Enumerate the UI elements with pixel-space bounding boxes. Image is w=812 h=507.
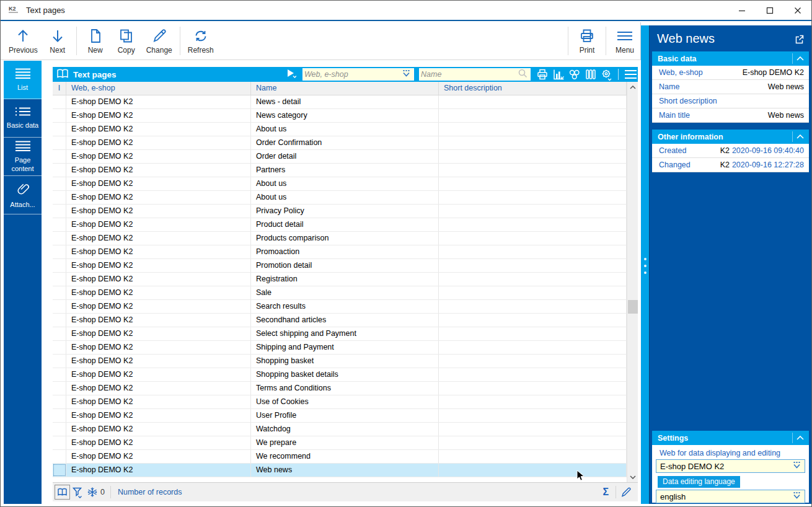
cell-web: E-shop DEMO K2 [66, 409, 251, 422]
copy-button[interactable]: Copy [111, 24, 142, 58]
minimize-button[interactable] [728, 1, 756, 20]
hamburger-icon[interactable] [624, 68, 637, 81]
vertical-scrollbar[interactable] [627, 82, 638, 482]
sidebar-item-page-content[interactable]: Page content [4, 138, 42, 176]
cell-web: E-shop DEMO K2 [66, 150, 251, 163]
frozen-count: 0 [100, 488, 105, 496]
printer-icon[interactable] [536, 68, 549, 81]
sidebar-item-attachments[interactable]: Attach... [4, 176, 42, 214]
table-row[interactable]: E-shop DEMO K2Shipping and Payment [53, 341, 627, 355]
play-filter-icon[interactable] [286, 68, 296, 81]
panel-splitter[interactable] [641, 25, 649, 504]
chevron-down-icon [630, 475, 636, 479]
book-view-button[interactable] [55, 485, 70, 500]
table-row[interactable]: E-shop DEMO K2We prepare [53, 436, 627, 450]
field-row[interactable]: Main title Web news [652, 108, 809, 123]
edit-pencil-icon[interactable] [619, 485, 634, 500]
table-row[interactable]: E-shop DEMO K2Shopping basket [53, 355, 627, 368]
cell-web: E-shop DEMO K2 [66, 136, 251, 149]
processes-icon[interactable] [568, 68, 581, 81]
sidebar-item-basic-data[interactable]: Basic data [4, 99, 42, 138]
print-button[interactable]: Print [571, 24, 602, 58]
table-row[interactable]: E-shop DEMO K2About us [53, 191, 627, 205]
table-row[interactable]: E-shop DEMO K2Shopping basket details [53, 368, 627, 382]
menu-button[interactable]: Menu [609, 24, 640, 58]
web-display-combobox[interactable]: E-shop DEMO K2 [656, 459, 805, 473]
table-row[interactable]: E-shop DEMO K2Web news [53, 464, 627, 477]
column-header-web[interactable]: Web, e-shop [66, 82, 251, 95]
field-row[interactable]: Web, e-shop E-shop DEMO K2 [652, 66, 809, 80]
table-row[interactable]: E-shop DEMO K2Product detail [53, 218, 627, 232]
cell-ind [53, 205, 66, 218]
table-row[interactable]: E-shop DEMO K2Watchdog [53, 423, 627, 436]
table-row[interactable]: E-shop DEMO K2News - detail [53, 95, 627, 109]
table-row[interactable]: E-shop DEMO K2Terms and Conditions [53, 382, 627, 395]
table-row[interactable]: E-shop DEMO K2Secondhand articles [53, 314, 627, 327]
cell-desc [439, 123, 627, 136]
arrow-up-icon [15, 28, 31, 44]
table-row[interactable]: E-shop DEMO K2News category [53, 109, 627, 123]
table-row[interactable]: E-shop DEMO K2Promoaction [53, 245, 627, 259]
table-row[interactable]: E-shop DEMO K2Sale [53, 286, 627, 300]
sigma-icon[interactable]: Σ [599, 487, 612, 498]
field-row[interactable]: Short description [652, 94, 809, 108]
cell-web: E-shop DEMO K2 [66, 245, 251, 258]
filter-web-input[interactable] [304, 70, 402, 79]
change-button[interactable]: Change [142, 24, 177, 58]
new-button[interactable]: New [80, 24, 111, 58]
table-row[interactable]: E-shop DEMO K2Search results [53, 300, 627, 314]
column-header-desc[interactable]: Short description [439, 82, 627, 95]
scroll-down-button[interactable] [627, 472, 638, 482]
field-row[interactable]: Changed K22020-09-16 12:27:28 [652, 158, 809, 172]
previous-button[interactable]: Previous [4, 24, 42, 58]
scrollbar-thumb[interactable] [628, 300, 638, 314]
table-row[interactable]: E-shop DEMO K2About us [53, 177, 627, 191]
table-row[interactable]: E-shop DEMO K2Partners [53, 164, 627, 177]
table-row[interactable]: E-shop DEMO K2Products comparison [53, 232, 627, 245]
language-combobox[interactable]: english [656, 490, 805, 503]
column-header-name[interactable]: Name [251, 82, 439, 95]
table-row[interactable]: E-shop DEMO K2About us [53, 123, 627, 136]
table-row[interactable]: E-shop DEMO K2User Profile [53, 409, 627, 423]
table-row[interactable]: E-shop DEMO K2Order detail [53, 150, 627, 164]
maximize-button[interactable] [756, 1, 783, 20]
table-row[interactable]: E-shop DEMO K2Promotion detail [53, 259, 627, 273]
table-row[interactable]: E-shop DEMO K2Use of Cookies [53, 395, 627, 409]
close-button[interactable] [783, 1, 811, 20]
filter-name-input[interactable] [421, 70, 518, 79]
collapse-button[interactable] [792, 53, 807, 64]
field-row[interactable]: Name Web news [652, 80, 809, 94]
chart-icon[interactable] [552, 68, 565, 81]
filter-funnel-icon[interactable] [70, 485, 85, 500]
scroll-up-button[interactable] [627, 82, 638, 92]
collapse-button[interactable] [792, 433, 807, 443]
table-row[interactable]: E-shop DEMO K2Privacy Policy [53, 205, 627, 218]
table-row[interactable]: E-shop DEMO K2We recommend [53, 450, 627, 464]
dropdown-icon[interactable] [402, 69, 411, 80]
open-in-window-icon[interactable] [793, 33, 805, 45]
filter-name[interactable] [419, 68, 531, 81]
sidebar-item-list[interactable]: List [4, 61, 42, 99]
next-button[interactable]: Next [42, 24, 73, 58]
dropdown-icon[interactable] [792, 461, 801, 471]
collapse-button[interactable] [792, 131, 807, 142]
window-title: Text pages [26, 6, 65, 15]
cell-name: Shopping basket details [251, 368, 439, 381]
cell-web: E-shop DEMO K2 [66, 355, 251, 368]
filter-web-eshop[interactable] [302, 68, 414, 81]
cell-web: E-shop DEMO K2 [66, 218, 251, 231]
columns-icon[interactable] [584, 68, 597, 81]
table-row[interactable]: E-shop DEMO K2Order Confirmation [53, 136, 627, 150]
snowflake-icon[interactable] [85, 485, 100, 500]
cell-web: E-shop DEMO K2 [66, 341, 251, 354]
cell-desc [439, 327, 627, 340]
cell-name: Promotion detail [251, 259, 439, 272]
table-row[interactable]: E-shop DEMO K2Registration [53, 273, 627, 286]
table-row[interactable]: E-shop DEMO K2Select shipping and Paymen… [53, 327, 627, 341]
column-header-indicator[interactable]: I [53, 82, 66, 95]
field-row[interactable]: Created K22020-09-16 09:40:40 [652, 144, 809, 158]
gear-icon[interactable] [600, 68, 613, 81]
splitter-grip-dot [644, 258, 647, 260]
refresh-button[interactable]: Refresh [183, 24, 218, 58]
dropdown-icon[interactable] [792, 492, 801, 501]
